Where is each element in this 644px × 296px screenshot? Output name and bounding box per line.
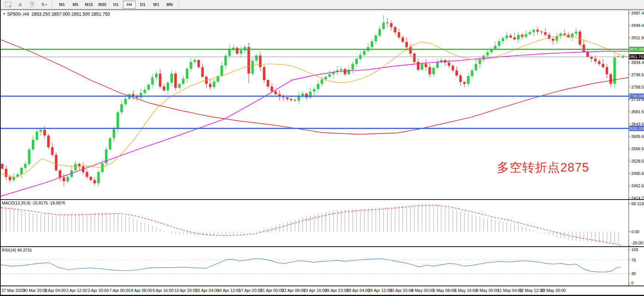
date-label: 13 May 20:00 (541, 288, 566, 293)
macd-panel: MACD(12,26,9) -15.8175 -19.6876 58.11360… (1, 200, 644, 247)
grid-f-label: F (9, 5, 11, 8)
ma-slow-red[interactable] (1, 40, 629, 134)
svg-text:2796.500: 2796.500 (631, 73, 644, 77)
date-label: 11 May 04:00 (498, 288, 522, 293)
date-label: 8 Apr 08:00 (131, 288, 152, 293)
svg-text:2490.600: 2490.600 (631, 171, 644, 176)
macd-content (1, 204, 623, 246)
svg-text:2605.600: 2605.600 (631, 134, 644, 139)
date-label: 22 Apr 08:00 (282, 288, 305, 293)
svg-text:2528.550: 2528.550 (631, 159, 644, 163)
chart-title[interactable]: ▼SP500-,H4 2853.250 2857.000 2851.500 28… (3, 12, 110, 17)
date-label: 8 May 00:00 (476, 288, 499, 293)
date-label: 5 May 08:00 (433, 288, 456, 293)
timeframe-button-mn[interactable]: MN (163, 1, 176, 9)
svg-text:100: 100 (631, 247, 638, 252)
current-price-arrow (621, 55, 624, 58)
svg-text:2730.000: 2730.000 (629, 94, 644, 98)
timeframe-button-w1[interactable]: W1 (150, 1, 162, 9)
date-label: 12 May 12:00 (519, 288, 544, 293)
timeframe-button-m1[interactable]: M1 (56, 1, 68, 9)
date-label: 15 Apr 04:00 (196, 288, 219, 293)
svg-text:2834.450: 2834.450 (631, 60, 644, 65)
svg-text:2414.700: 2414.700 (631, 196, 644, 200)
rsi-panel: RSI(14) 49.3731 10070300 (1, 247, 644, 286)
date-label: 17 Apr 20:00 (239, 288, 262, 293)
svg-text:2630.000: 2630.000 (629, 126, 644, 131)
date-label: 3 Apr 20:00 (88, 288, 109, 293)
date-label: 21 Apr 00:00 (260, 288, 284, 293)
rsi-label: RSI(14) 49.3731 (2, 248, 32, 252)
date-axis[interactable]: 27 Mar 202030 Mar 20:001 Apr 04:002 Apr … (1, 286, 644, 296)
ohlc-values: 2853.250 2857.000 2851.500 2851.750 (31, 12, 110, 17)
grid-f-icon[interactable]: F (4, 1, 13, 8)
date-label: 1 Apr 04:00 (45, 288, 66, 293)
svg-text:2987.400: 2987.400 (631, 11, 644, 15)
svg-text:30: 30 (631, 271, 636, 276)
date-label: 23 Apr 16:00 (304, 288, 327, 293)
svg-text:0.00: 0.00 (631, 229, 639, 234)
date-label: 16 Apr 12:00 (217, 288, 241, 293)
date-label: 7 Apr 00:00 (109, 288, 130, 293)
date-label: 28 Apr 04:00 (347, 288, 370, 293)
date-label: 2 Apr 12:00 (66, 288, 87, 293)
svg-text:2949.450: 2949.450 (631, 23, 644, 28)
svg-text:2911.500: 2911.500 (631, 36, 644, 40)
macd-canvas[interactable]: 58.11360.00-29.0017 (1, 200, 644, 246)
svg-text:2875.000: 2875.000 (629, 47, 644, 52)
svg-text:2452.650: 2452.650 (631, 184, 644, 188)
svg-text:2566.500: 2566.500 (631, 147, 644, 151)
collapse-icon[interactable]: ▼ (3, 12, 6, 16)
date-label: 26 Apr 23:00 (325, 288, 348, 293)
timeframe-button-m30[interactable]: M30 (96, 1, 109, 9)
main-chart-panel: ▼SP500-,H4 2853.250 2857.000 2851.500 28… (1, 10, 644, 200)
timeframe-button-h4[interactable]: H4 (123, 1, 136, 9)
svg-text:2758.550: 2758.550 (631, 85, 644, 89)
date-label: 9 Apr 16:00 (152, 288, 173, 293)
timeframe-button-m15[interactable]: M15 (83, 1, 95, 9)
price-axis: 2987.4002949.4502911.5002834.4502796.500… (629, 11, 644, 200)
svg-text:-29.0017: -29.0017 (631, 241, 644, 245)
svg-text:70: 70 (631, 258, 636, 262)
rsi-canvas[interactable]: 10070300 (1, 247, 644, 286)
trading-app-window: F A T ⇅ ▾ M1M5M15M30H1H4D1W1MN ▼SP500-,H… (0, 0, 644, 296)
timeframe-button-h1[interactable]: H1 (109, 1, 122, 9)
text-box-glyph: T (30, 2, 35, 7)
rsi-line (1, 259, 621, 272)
date-label: 6 May 16:00 (455, 288, 477, 293)
symbol-label: SP500-,H4 (7, 12, 29, 17)
grid-f-icon-box: F (5, 2, 11, 7)
caret-icon[interactable]: ▾ (46, 3, 47, 6)
timeframe-button-d1[interactable]: D1 (136, 1, 149, 9)
arrows-glyph: ⇅ (41, 2, 45, 7)
svg-text:2681.500: 2681.500 (631, 110, 644, 114)
timeframe-button-group: M1M5M15M30H1H4D1W1MN (55, 1, 176, 9)
date-label: 27 Mar 2020 (1, 288, 25, 293)
toolbar: F A T ⇅ ▾ M1M5M15M30H1H4D1W1MN (1, 0, 644, 10)
date-label: 4 May 00:00 (411, 288, 434, 293)
svg-text:2643.550: 2643.550 (631, 122, 644, 126)
svg-text:58.1136: 58.1136 (631, 201, 644, 206)
date-label: 29 Apr 12:00 (368, 288, 391, 293)
svg-text:0: 0 (631, 281, 634, 285)
date-label: 13 Apr 20:00 (174, 288, 197, 293)
text-a-icon[interactable]: A (16, 1, 25, 8)
arrows-icon[interactable]: ⇅ ▾ (40, 1, 49, 8)
date-label: 30 Apr 20:00 (390, 288, 413, 293)
timeframe-button-m5[interactable]: M5 (69, 1, 82, 9)
toolbar-separator (179, 1, 179, 8)
macd-signal-line (1, 205, 623, 246)
svg-text:2851.750: 2851.750 (629, 55, 644, 59)
text-box-icon[interactable]: T (28, 1, 37, 8)
toolbar-separator (52, 1, 53, 8)
macd-label: MACD(12,26,9) -15.8175 -19.6876 (2, 201, 65, 205)
date-label: 30 Mar 20:00 (23, 288, 47, 293)
annotation-text[interactable]: 多空转折点2875 (497, 159, 589, 176)
